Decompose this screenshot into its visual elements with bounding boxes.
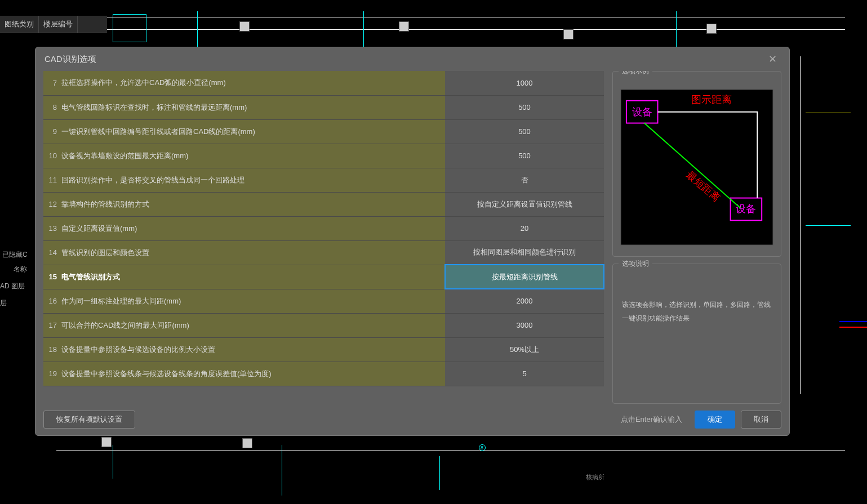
option-row[interactable]: 18设备提量中参照设备与候选设备的比例大小设置50%以上	[43, 337, 604, 362]
option-row[interactable]: 15电气管线识别方式按最短距离识别管线	[43, 265, 604, 289]
row-value[interactable]: 3000	[445, 313, 604, 337]
row-number: 15	[43, 265, 59, 289]
option-row[interactable]: 16作为同一组标注处理的最大间距(mm)2000	[43, 289, 604, 313]
row-label: 作为同一组标注处理的最大间距(mm)	[59, 289, 445, 313]
example-panel-title: 选项示例	[619, 71, 652, 76]
option-row[interactable]: 17可以合并的CAD线之间的最大间距(mm)3000	[43, 313, 604, 337]
row-value[interactable]: 50%以上	[445, 337, 604, 362]
row-label: 电气管线回路标识在查找时，标注和管线的最远距离(mm)	[59, 95, 445, 119]
option-row[interactable]: 14管线识别的图层和颜色设置按相同图层和相同颜色进行识别	[43, 240, 604, 265]
dialog-title: CAD识别选项	[45, 54, 96, 65]
row-label: 一键识别管线中回路编号距引线或者回路CAD线的距离(mm)	[59, 119, 445, 144]
row-value[interactable]: 按相同图层和相同颜色进行识别	[445, 240, 604, 265]
example-panel: 选项示例 设备 设备 图示距离 最短距离	[612, 71, 781, 257]
option-row[interactable]: 12靠墙构件的管线识别的方式按自定义距离设置值识别管线	[43, 192, 604, 216]
row-number: 14	[43, 240, 59, 265]
options-table-wrap: 7拉框选择操作中，允许选中CAD弧的最小直径(mm)10008电气管线回路标识在…	[43, 71, 604, 404]
row-label: 回路识别操作中，是否将交叉的管线当成同一个回路处理	[59, 168, 445, 192]
row-number: 7	[43, 71, 59, 95]
row-value[interactable]: 否	[445, 168, 604, 192]
option-row[interactable]: 19设备提量中参照设备线条与候选设备线条的角度误差值(单位为度)5	[43, 362, 604, 386]
cad-layer-label: AD 图层	[0, 282, 25, 291]
row-label: 拉框选择操作中，允许选中CAD弧的最小直径(mm)	[59, 71, 445, 95]
row-value[interactable]: 500	[445, 95, 604, 119]
row-value[interactable]: 按自定义距离设置值识别管线	[445, 192, 604, 216]
row-number: 9	[43, 119, 59, 144]
ok-button[interactable]: 确定	[695, 411, 735, 429]
row-value[interactable]: 2000	[445, 289, 604, 313]
row-label: 可以合并的CAD线之间的最大间距(mm)	[59, 313, 445, 337]
cad-options-dialog: CAD识别选项 ✕ 7拉框选择操作中，允许选中CAD弧的最小直径(mm)1000…	[35, 47, 790, 436]
name-label: 名称	[14, 265, 27, 274]
col-header-drawing-type[interactable]: 图纸类别	[0, 16, 39, 33]
enter-hint: 点击Enter确认输入	[621, 414, 682, 425]
row-value[interactable]: 500	[445, 144, 604, 168]
row-number: 17	[43, 313, 59, 337]
row-number: 16	[43, 289, 59, 313]
option-row[interactable]: 10设备视为靠墙敷设的范围最大距离(mm)500	[43, 144, 604, 168]
svg-text:图示距离: 图示距离	[691, 94, 732, 105]
description-text: 该选项会影响，选择识别，单回路，多回路，管线一键识别功能操作结果	[619, 270, 775, 325]
description-panel-title: 选项说明	[619, 259, 652, 269]
description-panel: 选项说明 该选项会影响，选择识别，单回路，多回路，管线一键识别功能操作结果	[612, 264, 781, 404]
row-label: 设备提量中参照设备线条与候选设备线条的角度误差值(单位为度)	[59, 362, 445, 386]
svg-text:设备: 设备	[736, 203, 756, 215]
row-value[interactable]: 1000	[445, 71, 604, 95]
option-row[interactable]: 9一键识别管线中回路编号距引线或者回路CAD线的距离(mm)500	[43, 119, 604, 144]
row-label: 设备视为靠墙敷设的范围最大距离(mm)	[59, 144, 445, 168]
restore-defaults-button[interactable]: 恢复所有项默认设置	[43, 411, 135, 429]
row-label: 管线识别的图层和颜色设置	[59, 240, 445, 265]
col-header-floor-num[interactable]: 楼层编号	[39, 16, 78, 33]
option-row[interactable]: 8电气管线回路标识在查找时，标注和管线的最远距离(mm)500	[43, 95, 604, 119]
row-number: 11	[43, 168, 59, 192]
row-number: 10	[43, 144, 59, 168]
close-icon[interactable]: ✕	[765, 53, 780, 65]
row-label: 靠墙构件的管线识别的方式	[59, 192, 445, 216]
option-row[interactable]: 11回路识别操作中，是否将交叉的管线当成同一个回路处理否	[43, 168, 604, 192]
example-diagram: 设备 设备 图示距离 最短距离	[619, 81, 775, 254]
hidden-label: 已隐藏C	[0, 248, 30, 262]
row-label: 设备提量中参照设备与候选设备的比例大小设置	[59, 337, 445, 362]
option-row[interactable]: 13自定义距离设置值(mm)20	[43, 216, 604, 240]
row-number: 19	[43, 362, 59, 386]
layer-label: 层	[0, 298, 7, 308]
row-label: 自定义距离设置值(mm)	[59, 216, 445, 240]
row-value[interactable]: 5	[445, 362, 604, 386]
row-value[interactable]: 按最短距离识别管线	[445, 265, 604, 289]
row-value[interactable]: 500	[445, 119, 604, 144]
row-label: 电气管线识别方式	[59, 265, 445, 289]
cancel-button[interactable]: 取消	[741, 411, 781, 429]
row-number: 8	[43, 95, 59, 119]
svg-text:设备: 设备	[632, 106, 652, 118]
row-number: 13	[43, 216, 59, 240]
option-row[interactable]: 7拉框选择操作中，允许选中CAD弧的最小直径(mm)1000	[43, 71, 604, 95]
row-number: 12	[43, 192, 59, 216]
options-table: 7拉框选择操作中，允许选中CAD弧的最小直径(mm)10008电气管线回路标识在…	[43, 71, 604, 386]
row-number: 18	[43, 337, 59, 362]
row-value[interactable]: 20	[445, 216, 604, 240]
